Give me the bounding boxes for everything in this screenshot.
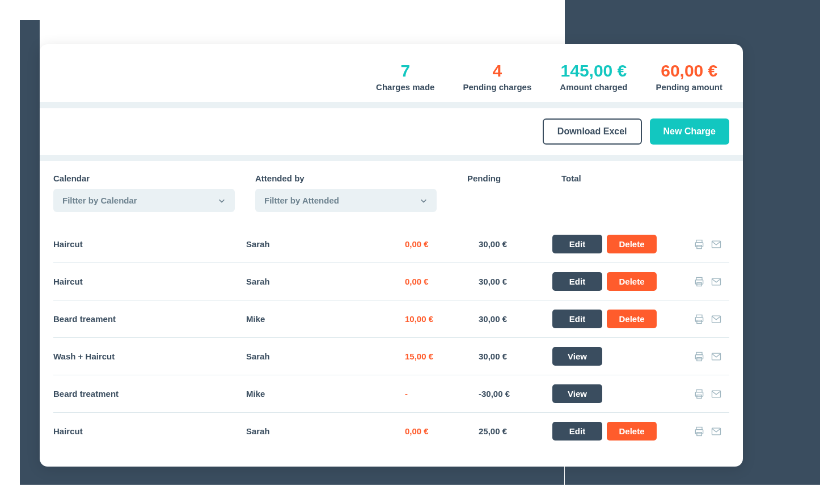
stats-row: 7 Charges made 4 Pending charges 145,00 … [40, 44, 743, 102]
total-header: Total [561, 173, 635, 183]
pending-cell: - [405, 389, 479, 399]
charges-table: HaircutSarah0,00 €30,00 €EditDeleteHairc… [40, 218, 743, 450]
filter-label: Attended by [255, 173, 437, 183]
filter-label: Calendar [53, 173, 235, 183]
charges-card: 7 Charges made 4 Pending charges 145,00 … [40, 44, 743, 467]
delete-button[interactable]: Delete [607, 422, 657, 441]
stat-amount-charged: 145,00 € Amount charged [560, 61, 627, 92]
pending-header: Pending [467, 173, 541, 183]
row-icons [671, 276, 722, 287]
row-icons [671, 351, 722, 362]
attended-cell: Mike [246, 314, 405, 324]
service-cell: Haircut [53, 239, 246, 249]
pending-cell: 0,00 € [405, 277, 479, 286]
chevron-down-icon [218, 197, 226, 205]
download-excel-button[interactable]: Download Excel [543, 118, 642, 145]
filters-row: Calendar Filtter by Calendar Attended by… [40, 161, 743, 218]
pending-cell: 10,00 € [405, 314, 479, 324]
print-icon[interactable] [693, 426, 705, 437]
stat-label: Charges made [376, 82, 434, 92]
print-icon[interactable] [693, 276, 705, 287]
total-cell: 30,00 € [479, 351, 552, 361]
pending-cell: 0,00 € [405, 239, 479, 249]
service-cell: Beard treament [53, 314, 246, 324]
row-icons [671, 314, 722, 325]
stat-label: Amount charged [560, 82, 627, 92]
row-actions: EditDelete [552, 272, 671, 291]
background-decor [20, 20, 40, 485]
row-actions: View [552, 384, 671, 403]
table-row: Beard treamentMike10,00 €30,00 €EditDele… [53, 300, 729, 338]
service-cell: Wash + Haircut [53, 351, 246, 361]
service-cell: Haircut [53, 277, 246, 286]
table-row: Wash + HaircutSarah15,00 €30,00 €View [53, 338, 729, 375]
mail-icon[interactable] [710, 314, 722, 325]
attended-cell: Sarah [246, 426, 405, 436]
pending-header-col: Pending [467, 173, 541, 212]
divider [40, 155, 743, 161]
row-actions: View [552, 347, 671, 366]
stat-value: 145,00 € [560, 61, 627, 80]
pending-cell: 0,00 € [405, 426, 479, 436]
mail-icon[interactable] [710, 276, 722, 287]
stat-pending-charges: 4 Pending charges [463, 61, 531, 92]
table-row: HaircutSarah0,00 €30,00 €EditDelete [53, 263, 729, 300]
divider [40, 102, 743, 108]
filter-attended-select[interactable]: Filtter by Attended [255, 189, 437, 212]
print-icon[interactable] [693, 351, 705, 362]
attended-cell: Sarah [246, 351, 405, 361]
service-cell: Beard treatment [53, 389, 246, 399]
mail-icon[interactable] [710, 388, 722, 400]
table-row: HaircutSarah0,00 €25,00 €EditDelete [53, 413, 729, 450]
view-button[interactable]: View [552, 347, 602, 366]
print-icon[interactable] [693, 239, 705, 250]
filter-placeholder: Filtter by Calendar [62, 196, 137, 205]
mail-icon[interactable] [710, 426, 722, 437]
stat-value: 7 [376, 61, 434, 80]
pending-cell: 15,00 € [405, 351, 479, 361]
edit-button[interactable]: Edit [552, 422, 602, 441]
filter-calendar-select[interactable]: Filtter by Calendar [53, 189, 235, 212]
stat-value: 4 [463, 61, 531, 80]
row-actions: EditDelete [552, 235, 671, 253]
edit-button[interactable]: Edit [552, 272, 602, 291]
actions-bar: Download Excel New Charge [40, 108, 743, 155]
print-icon[interactable] [693, 388, 705, 400]
row-actions: EditDelete [552, 422, 671, 441]
total-cell: 30,00 € [479, 239, 552, 249]
attended-cell: Sarah [246, 277, 405, 286]
row-icons [671, 426, 722, 437]
table-row: HaircutSarah0,00 €30,00 €EditDelete [53, 226, 729, 263]
edit-button[interactable]: Edit [552, 310, 602, 328]
row-icons [671, 388, 722, 400]
chevron-down-icon [420, 197, 428, 205]
filter-placeholder: Filtter by Attended [264, 196, 339, 205]
mail-icon[interactable] [710, 239, 722, 250]
total-cell: 30,00 € [479, 314, 552, 324]
stat-value: 60,00 € [656, 61, 723, 80]
table-row: Beard treatmentMike--30,00 €View [53, 375, 729, 413]
filter-calendar-col: Calendar Filtter by Calendar [53, 173, 235, 212]
total-cell: -30,00 € [479, 389, 552, 399]
filter-attended-col: Attended by Filtter by Attended [255, 173, 437, 212]
row-actions: EditDelete [552, 310, 671, 328]
attended-cell: Mike [246, 389, 405, 399]
view-button[interactable]: View [552, 384, 602, 403]
total-cell: 30,00 € [479, 277, 552, 286]
edit-button[interactable]: Edit [552, 235, 602, 253]
new-charge-button[interactable]: New Charge [650, 118, 729, 145]
total-cell: 25,00 € [479, 426, 552, 436]
mail-icon[interactable] [710, 351, 722, 362]
stat-pending-amount: 60,00 € Pending amount [656, 61, 723, 92]
total-header-col: Total [561, 173, 635, 212]
attended-cell: Sarah [246, 239, 405, 249]
delete-button[interactable]: Delete [607, 310, 657, 328]
delete-button[interactable]: Delete [607, 235, 657, 253]
stat-label: Pending amount [656, 82, 723, 92]
stat-label: Pending charges [463, 82, 531, 92]
background-decor [565, 0, 820, 20]
service-cell: Haircut [53, 426, 246, 436]
row-icons [671, 239, 722, 250]
delete-button[interactable]: Delete [607, 272, 657, 291]
print-icon[interactable] [693, 314, 705, 325]
